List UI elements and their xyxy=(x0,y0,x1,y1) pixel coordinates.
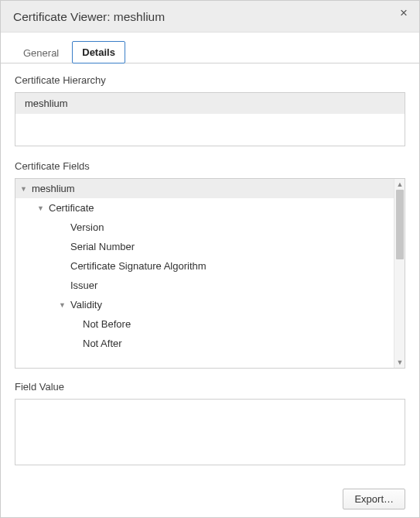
tree-label: Serial Number xyxy=(70,241,135,252)
dialog-title: Certificate Viewer: meshlium xyxy=(13,10,165,23)
dialog-footer: Export… xyxy=(343,489,405,509)
dialog-header: Certificate Viewer: meshlium × xyxy=(1,1,419,33)
tree-label: Not Before xyxy=(83,318,131,330)
scrollbar[interactable]: ▲ ▼ xyxy=(394,179,405,368)
scroll-thumb[interactable] xyxy=(396,190,404,259)
hierarchy-label: Certificate Hierarchy xyxy=(15,74,405,86)
tree-label: Validity xyxy=(70,299,102,310)
hierarchy-item[interactable]: meshlium xyxy=(15,93,405,114)
tree-row-issuer[interactable]: Issuer xyxy=(15,276,394,295)
tree-label: Issuer xyxy=(70,280,97,291)
tree-label: Version xyxy=(70,221,104,233)
chevron-down-icon: ▼ xyxy=(59,301,67,309)
tree-row-version[interactable]: Version xyxy=(15,218,394,237)
tree-row-validity[interactable]: ▼ Validity xyxy=(15,295,394,314)
scroll-down-icon[interactable]: ▼ xyxy=(394,357,405,368)
tree-label: Not After xyxy=(83,338,122,349)
tree-row-sig-algo[interactable]: Certificate Signature Algorithm xyxy=(15,256,394,276)
tree-row-not-after[interactable]: Not After xyxy=(15,334,394,353)
scroll-up-icon[interactable]: ▲ xyxy=(394,179,405,190)
tab-general[interactable]: General xyxy=(13,42,69,63)
hierarchy-tree[interactable]: meshlium xyxy=(15,92,405,146)
tree-label: meshlium xyxy=(32,183,75,194)
export-button[interactable]: Export… xyxy=(343,489,405,509)
close-icon[interactable]: × xyxy=(394,4,413,22)
tree-row-not-before[interactable]: Not Before xyxy=(15,314,394,334)
chevron-down-icon: ▼ xyxy=(20,185,28,193)
tab-bar: General Details xyxy=(1,33,419,63)
tree-row-certificate[interactable]: ▼ Certificate xyxy=(15,198,394,218)
tree-row-serial-number[interactable]: Serial Number xyxy=(15,237,394,256)
tab-details[interactable]: Details xyxy=(72,41,125,63)
chevron-down-icon: ▼ xyxy=(37,204,45,212)
tree-label: Certificate xyxy=(49,202,94,214)
field-value-label: Field Value xyxy=(15,381,405,393)
tree-row-root[interactable]: ▼ meshlium xyxy=(15,179,394,198)
field-value-box[interactable] xyxy=(15,399,405,465)
dialog-body: Certificate Hierarchy meshlium Certifica… xyxy=(1,63,419,473)
tree-label: Certificate Signature Algorithm xyxy=(70,260,207,272)
fields-tree: ▼ meshlium ▼ Certificate Version Serial … xyxy=(15,178,405,369)
certificate-viewer-dialog: Certificate Viewer: meshlium × General D… xyxy=(0,0,420,518)
fields-label: Certificate Fields xyxy=(15,160,405,172)
